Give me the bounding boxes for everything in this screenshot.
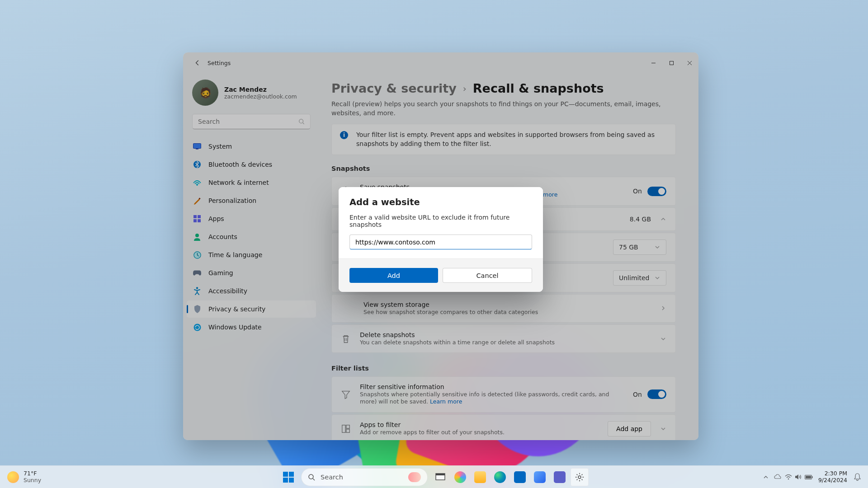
taskbar: 71°F Sunny Search 2:30 PM 9/24/2024 [0,465,868,488]
svg-rect-25 [806,476,811,479]
svg-point-22 [578,476,581,479]
website-url-input[interactable] [349,235,532,249]
edge-icon [494,471,506,483]
svg-rect-21 [436,474,445,475]
search-highlight-icon [408,472,421,482]
edge-button[interactable] [491,468,509,486]
tray-wifi-icon[interactable] [784,468,793,486]
windows-logo-icon [283,472,294,483]
add-button[interactable]: Add [349,268,438,283]
svg-point-23 [788,478,789,479]
task-view-button[interactable] [431,468,449,486]
store-icon [514,471,526,483]
weather-temp: 71°F [24,470,41,477]
tray-volume-icon[interactable] [794,468,803,486]
add-website-dialog: Add a website Enter a valid website URL … [339,187,543,292]
weather-icon [7,471,19,483]
settings-taskbar-button[interactable] [571,468,589,486]
taskbar-search[interactable]: Search [301,468,428,486]
copilot-button[interactable] [451,468,469,486]
svg-point-19 [309,474,313,479]
clock-date: 9/24/2024 [818,477,847,483]
system-tray: 2:30 PM 9/24/2024 [760,468,868,486]
teams-button[interactable] [551,468,569,486]
taskbar-clock[interactable]: 2:30 PM 9/24/2024 [815,470,851,483]
app-icon [534,471,546,483]
task-view-icon [435,473,445,481]
start-button[interactable] [279,468,297,486]
notifications-button[interactable] [852,468,863,486]
tray-battery-icon[interactable] [804,468,814,486]
tray-onedrive-icon[interactable] [772,468,783,486]
tray-expand-button[interactable] [760,468,771,486]
app-button-1[interactable] [531,468,549,486]
dialog-title: Add a website [349,197,532,207]
taskbar-center: Search [279,468,589,486]
weather-condition: Sunny [24,477,41,483]
weather-widget[interactable]: 71°F Sunny [0,470,48,483]
cancel-button[interactable]: Cancel [443,268,532,283]
dialog-description: Enter a valid website URL to exclude it … [349,214,532,228]
gear-icon [575,472,585,482]
file-explorer-button[interactable] [471,468,489,486]
folder-icon [474,471,486,483]
teams-icon [554,471,566,483]
clock-time: 2:30 PM [825,470,847,477]
dialog-scrim: Add a website Enter a valid website URL … [183,52,698,440]
store-button[interactable] [511,468,529,486]
search-icon [308,474,315,481]
svg-rect-26 [812,476,813,478]
copilot-icon [454,471,466,483]
settings-window: Settings 🧔 Zac Mendez zacmendez@outlook.… [183,52,698,440]
